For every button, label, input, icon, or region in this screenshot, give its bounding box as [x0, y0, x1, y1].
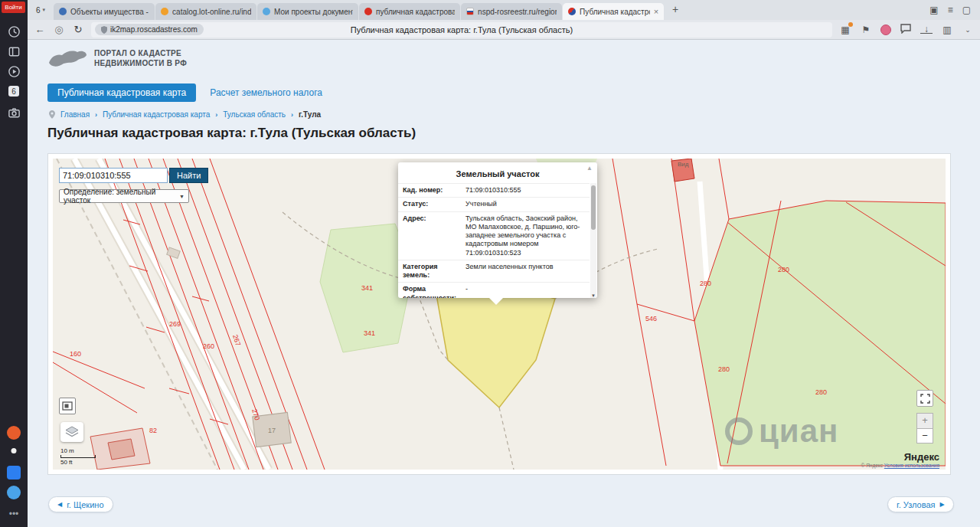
sync-icon[interactable]: ▣	[929, 5, 938, 15]
svg-text:280: 280	[700, 280, 711, 287]
side-panel-icon[interactable]: ▥	[941, 25, 953, 35]
popup-scrollbar[interactable]: ▼	[590, 183, 596, 298]
tab-counter-button[interactable]: 6 ▾	[32, 2, 49, 18]
browser-tab-3[interactable]: Мои проекты документ	[257, 3, 358, 20]
site-logo[interactable]: ПОРТАЛ О КАДАСТРЕ НЕДВИЖИМОСТИ В РФ	[47, 46, 187, 70]
scroll-down-icon[interactable]: ▼	[590, 293, 596, 298]
browser-sidebar: Войти 6 •••	[0, 0, 28, 527]
next-city-button[interactable]: г. Узловая ▶	[887, 496, 954, 512]
object-type-select[interactable]: Определение: земельный участок ▼	[59, 189, 189, 203]
cian-watermark: циан	[725, 413, 838, 450]
parcel-search: Найти	[59, 168, 208, 183]
url-field[interactable]: ik2map.roscadastres.com Публичная кадаст…	[91, 22, 832, 38]
fullscreen-button[interactable]	[916, 390, 933, 407]
copyright-text: © Яндекс	[861, 463, 883, 468]
info-row: Статус:Учтенный	[398, 198, 590, 211]
scale-metric: 10 m	[60, 447, 96, 454]
capture-icon[interactable]	[5, 104, 22, 121]
address-bar: ← ◎ ↻ ik2map.roscadastres.com Публичная …	[28, 20, 980, 40]
map-viewport[interactable]: 341 341 269 260 267 270 160 82 17 546 28…	[53, 159, 946, 470]
tab-bar: 6 ▾ Объекты имущества - фи catalog.lot-o…	[28, 0, 980, 20]
notification-badge	[848, 22, 853, 27]
browser-tab-active[interactable]: Публичная кадастровая ×	[563, 3, 664, 20]
yandex-logo[interactable]: Яндекс	[861, 451, 939, 463]
breadcrumb-home[interactable]: Главная	[60, 110, 90, 119]
app-dot-icon[interactable]	[11, 448, 17, 453]
window-icon[interactable]: ▢	[962, 5, 971, 15]
info-row: Форма собственности:-	[398, 283, 590, 298]
breadcrumb-separator: ›	[215, 111, 217, 119]
browser-tab-5[interactable]: nspd-rosreestr.ru/region/	[461, 3, 562, 20]
map-card: 341 341 269 260 267 270 160 82 17 546 28…	[47, 153, 951, 475]
notes-badge-icon[interactable]: 6	[5, 83, 22, 100]
svg-text:280: 280	[718, 365, 730, 373]
new-tab-button[interactable]: +	[668, 2, 683, 18]
app-blue-icon[interactable]	[7, 486, 21, 499]
rewind-icon[interactable]: ◎	[53, 24, 65, 35]
browser-tab-4[interactable]: публичная кадастровая	[359, 3, 460, 20]
panel-icon[interactable]	[5, 43, 22, 60]
select-arrow-icon: ▼	[179, 194, 185, 199]
layers-button[interactable]	[60, 422, 83, 442]
bookmark-icon[interactable]: ⚑	[860, 25, 872, 35]
addressbar-right-icons: ▦ ⚑ ↓ ▥ ⌄	[839, 24, 974, 36]
zoom-out-button[interactable]: −	[916, 428, 933, 444]
search-input[interactable]	[59, 168, 168, 183]
svg-text:269: 269	[169, 320, 181, 328]
scrollbar-thumb[interactable]	[591, 185, 596, 230]
map-scale: 10 m 50 ft	[60, 447, 96, 466]
extensions-icon[interactable]: ▦	[839, 25, 851, 35]
prev-city-button[interactable]: ◀ г. Щекино	[48, 496, 113, 512]
tab-favicon	[364, 8, 372, 15]
breadcrumb-separator: ›	[291, 111, 293, 119]
browser-chrome: 6 ▾ Объекты имущества - фи catalog.lot-o…	[28, 0, 980, 40]
browser-tab-2[interactable]: catalog.lot-online.ru/inde	[155, 3, 256, 20]
info-row: Кад. номер:71:09:010310:555	[398, 184, 590, 198]
collapse-chrome-icon[interactable]: ⌄	[962, 26, 974, 34]
object-type-value: Определение: земельный участок	[64, 188, 179, 205]
scale-bar	[60, 455, 96, 458]
history-icon[interactable]	[5, 23, 22, 40]
downloads-icon[interactable]: ↓	[920, 25, 933, 34]
zoom-in-button[interactable]: +	[916, 413, 933, 428]
location-pin-icon	[49, 110, 55, 119]
svg-text:341: 341	[361, 284, 373, 292]
nav-tab-cadastral-map[interactable]: Публичная кадастровая карта	[47, 83, 196, 102]
webpage: ПОРТАЛ О КАДАСТРЕ НЕДВИЖИМОСТИ В РФ Публ…	[28, 40, 980, 527]
svg-text:6: 6	[11, 87, 16, 96]
app-orange-icon[interactable]	[7, 426, 21, 440]
tab-close-icon[interactable]: ×	[654, 7, 658, 16]
back-icon[interactable]: ←	[34, 24, 46, 35]
svg-text:17: 17	[268, 427, 276, 434]
menu-icon[interactable]: ≡	[948, 5, 953, 15]
terms-link[interactable]: Условия использования	[884, 463, 939, 468]
russia-map-logo-icon	[47, 46, 87, 70]
tab-favicon	[263, 8, 270, 15]
chat-icon[interactable]	[900, 24, 912, 36]
svg-text:160: 160	[70, 350, 81, 358]
tab-favicon-flag	[466, 8, 474, 15]
cian-logo-icon	[725, 417, 753, 445]
domain-chip[interactable]: ik2map.roscadastres.com	[95, 24, 204, 35]
login-button[interactable]: Войти	[2, 2, 25, 13]
parcel-info-popup: ▲ Земельный участок Кад. номер:71:09:010…	[398, 162, 597, 298]
more-apps-icon[interactable]: •••	[5, 506, 22, 522]
legend-button[interactable]	[59, 398, 76, 414]
popup-collapse-icon[interactable]: ▲	[586, 165, 593, 172]
search-button[interactable]: Найти	[169, 168, 208, 183]
play-panel-icon[interactable]	[5, 63, 22, 80]
chevron-right-icon: ▶	[940, 501, 945, 508]
browser-tab-1[interactable]: Объекты имущества - фи	[54, 3, 155, 20]
popup-body: Кад. номер:71:09:010310:555 Статус:Учтен…	[398, 183, 597, 298]
breadcrumb-region[interactable]: Тульская область	[223, 110, 286, 119]
app-mail-icon[interactable]	[7, 466, 21, 480]
chevron-left-icon: ◀	[57, 501, 62, 508]
breadcrumb: Главная › Публичная кадастровая карта › …	[49, 110, 321, 119]
breadcrumb-map[interactable]: Публичная кадастровая карта	[103, 110, 210, 119]
svg-text:82: 82	[149, 427, 157, 434]
reload-icon[interactable]: ↻	[72, 24, 84, 35]
nav-tab-land-tax[interactable]: Расчет земельного налога	[210, 87, 322, 98]
url-domain: ik2map.roscadastres.com	[110, 25, 198, 34]
tab-favicon	[161, 8, 168, 15]
profile-avatar[interactable]	[880, 25, 891, 35]
